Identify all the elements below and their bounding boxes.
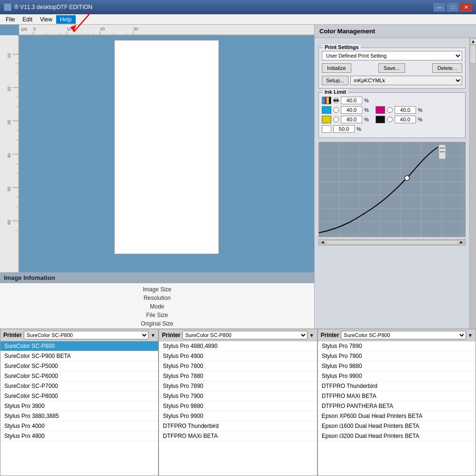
cm-label: cm (21, 27, 27, 32)
printer-item[interactable]: Stylus Pro 9880 (159, 401, 317, 411)
printer-panels: Printer SureColor SC-P800 ▼ SureColor SC… (0, 328, 476, 476)
cyan-radio[interactable] (333, 107, 339, 113)
printer-list-1: SureColor SC-P800 SureColor SC-P900 BETA… (0, 341, 158, 476)
printer-item[interactable]: Stylus Pro 3880,3885 (0, 411, 158, 421)
printer-item[interactable]: Stylus Pro 7890 (159, 381, 317, 391)
printer-panel-1: Printer SureColor SC-P800 ▼ SureColor SC… (0, 328, 159, 476)
printer-panel-1-dropdown[interactable]: SureColor SC-P800 (24, 331, 149, 339)
print-setting-buttons: Initialize Save... Delete... (322, 63, 462, 73)
initialize-button[interactable]: Initialize (322, 63, 351, 73)
close-button[interactable]: ✕ (460, 2, 472, 12)
print-setting-dropdown-row: User Defined Print Setting (322, 51, 462, 60)
printer-panel-3-expand[interactable]: ▼ (468, 333, 473, 338)
print-setting-dropdown[interactable]: User Defined Print Setting (322, 51, 462, 60)
printer-panel-2-dropdown[interactable]: SureColor SC-P800 (182, 331, 307, 339)
menu-view[interactable]: View (36, 15, 56, 24)
ink-row-cyan-magenta: % % (322, 106, 462, 114)
printer-item[interactable]: Stylus Pro 4880,4890 (159, 341, 317, 351)
printer-item[interactable]: Stylus Pro 7800 (159, 361, 317, 371)
horizontal-scrollbar[interactable]: ◄ ► (318, 239, 466, 246)
printer-panel-2-expand[interactable]: ▼ (309, 333, 314, 338)
yellow-radio[interactable] (333, 117, 339, 122)
cmyk-value-input[interactable] (341, 97, 362, 104)
scroll-left-button[interactable]: ◄ (319, 240, 326, 245)
print-settings-legend: Print Settings (323, 44, 361, 50)
printer-panel-3: Printer SureColor SC-P800 ▼ Stylus Pro 7… (317, 328, 476, 476)
preview-area: cm 0 10 20 30 (0, 25, 314, 272)
printer-item[interactable]: DTFPRO MAXi BETA (318, 391, 476, 401)
printer-item[interactable]: Stylus Pro 9880 (318, 361, 476, 371)
printer-item[interactable]: Stylus Pro 7900 (159, 391, 317, 401)
printer-panel-2-header: Printer SureColor SC-P800 ▼ (159, 329, 317, 341)
magenta-radio[interactable] (387, 107, 393, 113)
menu-file[interactable]: File (2, 15, 19, 24)
menu-help[interactable]: Help (56, 15, 76, 24)
printer-item[interactable]: Stylus Pro 9900 (318, 371, 476, 381)
printer-item[interactable]: Epson i3200 Dual Head Printers BETA (318, 431, 476, 441)
printer-item[interactable]: Stylus Pro 7880 (159, 371, 317, 381)
printer-item[interactable]: SureColor SC-P8000 (0, 391, 158, 401)
printer-item[interactable]: Stylus Pro 4000 (0, 421, 158, 431)
printer-item[interactable]: SureColor SC-P6000 (0, 371, 158, 381)
printer-panel-3-dropdown[interactable]: SureColor SC-P800 (341, 331, 466, 339)
scroll-up-button[interactable]: ▲ (470, 38, 476, 45)
print-settings-group: Print Settings User Defined Print Settin… (318, 48, 466, 89)
black-swatch (376, 116, 385, 123)
printer-panel-2: Printer SureColor SC-P800 ▼ Stylus Pro 4… (159, 328, 317, 476)
scroll-track[interactable] (326, 240, 458, 244)
menu-edit[interactable]: Edit (19, 15, 36, 24)
printer-item[interactable]: DTFPRO Thunderbird (318, 381, 476, 391)
black-radio[interactable] (387, 117, 393, 122)
scroll-thumb[interactable] (470, 45, 476, 64)
setup-dropdown[interactable]: mKpKCYMLk (350, 76, 462, 85)
main-container: cm 0 10 20 30 (0, 25, 476, 476)
printer-item[interactable]: Stylus Pro 7890 (318, 341, 476, 351)
printer-item[interactable]: DTFPRO PANTHERA BETA (318, 401, 476, 411)
setup-button[interactable]: Setup... (322, 76, 348, 85)
image-info-section: Image Infomation Image Size Resolution M… (0, 272, 314, 330)
printer-panel-1-expand[interactable]: ▼ (150, 333, 155, 338)
printer-item[interactable]: Epson i1600 Dual Head Printers BETA (318, 421, 476, 431)
save-button[interactable]: Save... (378, 63, 405, 73)
cyan-value-input[interactable] (341, 106, 362, 114)
printer-item[interactable]: SureColor SC-P900 BETA (0, 351, 158, 361)
printer-item[interactable]: SureColor SC-P800 (0, 341, 158, 351)
printer-label-2: Printer (162, 332, 180, 338)
printer-item[interactable]: DTFPRO MAXi BETA (159, 431, 317, 441)
svg-text:10: 10 (7, 53, 11, 58)
scroll-right-button[interactable]: ► (458, 240, 465, 245)
printer-item[interactable]: DTFPRO Thunderbird (159, 421, 317, 431)
image-info-body: Image Size Resolution Mode File Size Ori… (0, 283, 314, 330)
maximize-button[interactable]: □ (446, 2, 459, 12)
printer-item[interactable]: SureColor SC-P5000 (0, 361, 158, 371)
cmyk-pct: % (364, 98, 369, 103)
cmyk-radio[interactable] (333, 98, 339, 103)
yellow-swatch (322, 116, 331, 123)
setup-row: Setup... mKpKCYMLk (322, 76, 462, 85)
printer-item[interactable]: SureColor SC-P7000 (0, 381, 158, 391)
svg-text:0: 0 (33, 27, 36, 31)
magenta-value-input[interactable] (395, 106, 416, 114)
curve-svg (319, 142, 465, 237)
printer-list-2: Stylus Pro 4880,4890 Stylus Pro 4900 Sty… (159, 341, 317, 476)
white-value-input[interactable] (333, 125, 355, 133)
yellow-value-input[interactable] (341, 116, 362, 123)
printer-item[interactable]: Stylus Pro 3800 (0, 401, 158, 411)
printer-item[interactable]: Stylus Pro 4900 (159, 351, 317, 361)
ink-row-white: % (322, 125, 462, 133)
menu-bar: File Edit View Help (0, 14, 476, 25)
printer-item[interactable]: Epson XP600 Dual Head Printers BETA (318, 411, 476, 421)
black-value-input[interactable] (395, 116, 416, 123)
minimize-button[interactable]: — (433, 2, 446, 12)
color-management-header: Color Management (315, 25, 476, 38)
delete-button[interactable]: Delete... (432, 63, 462, 73)
info-resolution: Resolution (8, 294, 307, 302)
cmyk-swatch (322, 97, 331, 104)
printer-item[interactable]: Stylus Pro 7900 (318, 351, 476, 361)
printer-label-1: Printer (3, 332, 22, 338)
printer-item[interactable]: Stylus Pro 4800 (0, 431, 158, 441)
curve-control-point[interactable] (405, 176, 409, 180)
white-swatch (322, 125, 331, 133)
svg-text:40: 40 (7, 153, 11, 158)
printer-item[interactable]: Stylus Pro 9900 (159, 411, 317, 421)
